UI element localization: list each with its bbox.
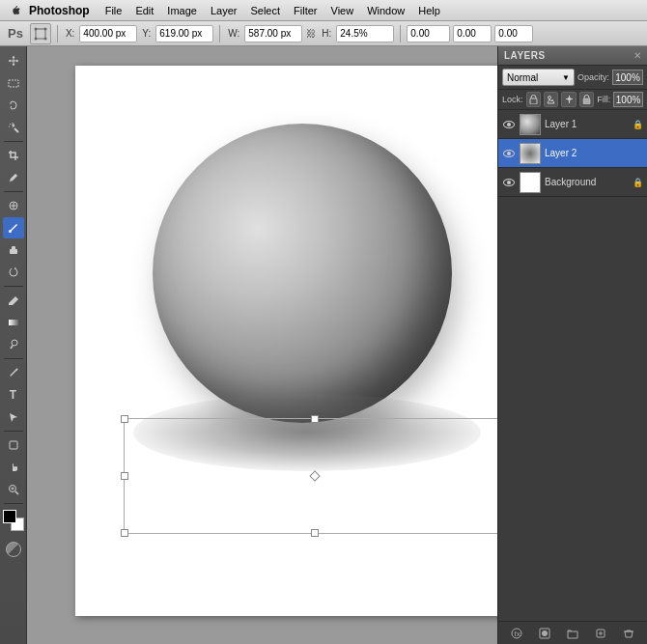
rotation-field[interactable]: 0.00: [407, 25, 450, 42]
app-name: Photoshop: [29, 4, 90, 17]
toolbar-separator-6: [4, 503, 23, 504]
left-toolbar: T: [0, 46, 27, 644]
hand-tool[interactable]: [3, 457, 24, 478]
sphere-layer: [153, 124, 452, 423]
layer-1-lock-icon: 🔒: [633, 120, 643, 129]
stamp-tool[interactable]: [3, 239, 24, 261]
add-mask-button[interactable]: [536, 625, 553, 642]
opacity-label: Opacity:: [577, 72, 609, 82]
eyedropper-tool[interactable]: [3, 167, 24, 188]
background-layer-visibility-toggle[interactable]: [502, 176, 516, 189]
transform-handle-tl[interactable]: [121, 415, 128, 423]
path-select-tool[interactable]: [3, 406, 24, 428]
transform-handle-ml[interactable]: [121, 472, 128, 480]
menu-help[interactable]: Help: [412, 3, 446, 18]
options-bar: Ps X: 400.00 px Y: 619.00 px W: 587.00 p…: [0, 21, 647, 46]
layer-2-visibility-toggle[interactable]: [502, 147, 516, 160]
svg-point-3: [34, 37, 37, 40]
w-label: W:: [226, 28, 241, 39]
eye-pupil-icon: [507, 123, 511, 126]
layers-panel-title-bar: LAYERS ✕: [498, 46, 647, 66]
menu-filter[interactable]: Filter: [288, 3, 323, 18]
transform-handle-bc[interactable]: [311, 529, 319, 537]
move-tool[interactable]: [3, 50, 24, 71]
menu-select[interactable]: Select: [244, 3, 286, 18]
opacity-value-field[interactable]: 100%: [612, 70, 643, 85]
svg-point-20: [12, 340, 17, 346]
pen-tool[interactable]: [3, 362, 24, 383]
menu-image[interactable]: Image: [161, 3, 203, 18]
menu-edit[interactable]: Edit: [129, 3, 159, 18]
canvas-area[interactable]: [27, 46, 497, 644]
brush-tool[interactable]: [3, 217, 24, 238]
layer-1-thumbnail: [520, 114, 541, 135]
transform-icon[interactable]: [30, 23, 51, 44]
lock-transparency-button[interactable]: [526, 92, 541, 107]
x-field[interactable]: 400.00 px: [79, 25, 137, 42]
menu-view[interactable]: View: [325, 3, 360, 18]
marquee-tool[interactable]: [3, 72, 24, 94]
eye-icon: [503, 121, 515, 128]
layer-item-2[interactable]: Layer 2: [498, 139, 647, 168]
magic-wand-tool[interactable]: [3, 117, 24, 138]
y-label: Y:: [140, 28, 153, 39]
eye-pupil-icon: [507, 181, 511, 184]
layer-1-visibility-toggle[interactable]: [502, 118, 516, 131]
h-skew-field[interactable]: 0.00: [453, 25, 492, 42]
svg-point-29: [549, 97, 551, 99]
crop-tool[interactable]: [3, 145, 24, 166]
create-group-button[interactable]: [564, 625, 581, 642]
delete-layer-button[interactable]: [620, 625, 637, 642]
menu-layer[interactable]: Layer: [205, 3, 243, 18]
lasso-tool[interactable]: [3, 95, 24, 116]
add-layer-style-button[interactable]: fx: [508, 625, 525, 642]
foreground-color-box: [3, 510, 16, 523]
lock-position-button[interactable]: [561, 92, 576, 107]
transform-handle-bl[interactable]: [121, 529, 128, 537]
eraser-tool[interactable]: [3, 290, 24, 311]
create-new-layer-button[interactable]: [592, 625, 609, 642]
svg-line-21: [11, 346, 13, 349]
w-field[interactable]: 587.00 px: [244, 25, 302, 42]
history-brush-tool[interactable]: [3, 262, 24, 283]
ps-logo: Ps: [4, 26, 27, 41]
layer-item-1[interactable]: Layer 1 🔒: [498, 110, 647, 139]
zoom-tool[interactable]: [3, 479, 24, 500]
lock-all-button[interactable]: [579, 92, 594, 107]
h-field[interactable]: 24.5%: [336, 25, 394, 42]
menu-window[interactable]: Window: [361, 3, 410, 18]
separator3: [400, 25, 401, 42]
transform-handle-center[interactable]: [309, 470, 320, 481]
link-icon[interactable]: ⛓: [305, 28, 317, 39]
svg-rect-7: [9, 80, 18, 87]
lock-image-button[interactable]: [544, 92, 558, 107]
layer-item-background[interactable]: Background 🔒: [498, 168, 647, 197]
eye-icon: [503, 179, 515, 186]
blend-mode-dropdown[interactable]: Normal ▼: [502, 69, 575, 86]
svg-rect-28: [530, 98, 537, 104]
layer-2-thumbnail: [520, 143, 541, 164]
type-tool[interactable]: T: [3, 384, 24, 406]
shape-tool[interactable]: [3, 434, 24, 456]
main-area: T: [0, 46, 647, 644]
svg-rect-33: [583, 98, 590, 104]
mask-mode-button[interactable]: [3, 539, 24, 560]
svg-line-25: [15, 491, 18, 494]
toolbar-separator-4: [4, 358, 23, 359]
svg-line-10: [10, 124, 11, 125]
svg-rect-18: [12, 246, 15, 250]
fill-value-field[interactable]: 100%: [613, 92, 643, 107]
layers-panel-close-button[interactable]: ✕: [633, 50, 641, 61]
heal-tool[interactable]: [3, 195, 24, 216]
v-skew-field[interactable]: 0.00: [494, 25, 533, 42]
gradient-tool[interactable]: [3, 312, 24, 333]
menu-file[interactable]: File: [99, 3, 128, 18]
svg-point-16: [9, 230, 12, 233]
color-picker[interactable]: [3, 510, 24, 531]
svg-line-8: [14, 128, 18, 132]
lock-row: Lock: Fill: 100%: [498, 90, 647, 110]
svg-point-37: [542, 630, 548, 636]
y-field[interactable]: 619.00 px: [155, 25, 213, 42]
fill-label: Fill:: [597, 95, 610, 104]
dodge-tool[interactable]: [3, 334, 24, 355]
